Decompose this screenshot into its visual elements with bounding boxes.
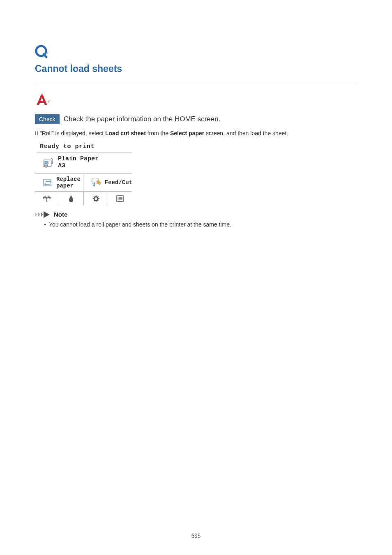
svg-point-21 xyxy=(46,200,48,201)
question-icon xyxy=(35,44,357,59)
svg-marker-15 xyxy=(93,185,95,187)
wifi-button[interactable] xyxy=(35,192,59,205)
svg-point-26 xyxy=(118,198,118,199)
divider xyxy=(35,83,357,83)
feed-cut-icon xyxy=(91,177,101,188)
svg-line-1 xyxy=(44,54,46,57)
check-badge: Check xyxy=(35,114,60,124)
svg-point-28 xyxy=(118,199,118,200)
feed-cut-button[interactable]: Feed/Cut xyxy=(83,174,135,191)
jobs-button[interactable] xyxy=(108,192,132,205)
check-instruction: Check the paper information on the HOME … xyxy=(64,115,221,123)
feed-cut-label: Feed/Cut xyxy=(105,179,132,186)
gear-icon xyxy=(92,194,100,203)
settings-button[interactable] xyxy=(84,192,108,205)
paper-roll-icon xyxy=(42,157,54,168)
instruction-text: If "Roll" is displayed, select Load cut … xyxy=(35,130,357,136)
note-item: You cannot load a roll paper and sheets … xyxy=(44,221,357,228)
paper-info-row[interactable]: Plain Paper A3 xyxy=(35,153,132,173)
svg-marker-12 xyxy=(44,183,46,185)
ink-button[interactable] xyxy=(59,192,83,205)
note-title: Note xyxy=(54,211,67,218)
replace-paper-button[interactable]: Replace paper xyxy=(35,174,83,191)
svg-point-22 xyxy=(95,197,97,200)
list-icon xyxy=(116,195,124,202)
svg-rect-5 xyxy=(44,161,48,164)
svg-marker-3 xyxy=(47,99,51,104)
printer-home-screen: Ready to print Plain Paper A3 xyxy=(35,142,132,205)
wifi-icon xyxy=(42,194,51,203)
svg-marker-30 xyxy=(35,212,37,217)
svg-point-24 xyxy=(118,197,118,198)
svg-marker-32 xyxy=(41,212,43,217)
answer-icon xyxy=(35,93,357,107)
page-title: Cannot load sheets xyxy=(35,63,357,74)
paper-size: A3 xyxy=(58,162,99,169)
page-number: 695 xyxy=(0,532,392,539)
status-text: Ready to print xyxy=(35,142,132,153)
note-header: Note xyxy=(35,211,357,218)
replace-paper-label: Replace paper xyxy=(56,176,81,189)
svg-marker-33 xyxy=(44,211,50,218)
ink-drop-icon xyxy=(68,194,74,203)
paper-type: Plain Paper xyxy=(58,155,99,162)
chevron-icon xyxy=(35,211,51,218)
svg-marker-31 xyxy=(38,212,40,217)
replace-paper-icon xyxy=(42,177,53,188)
